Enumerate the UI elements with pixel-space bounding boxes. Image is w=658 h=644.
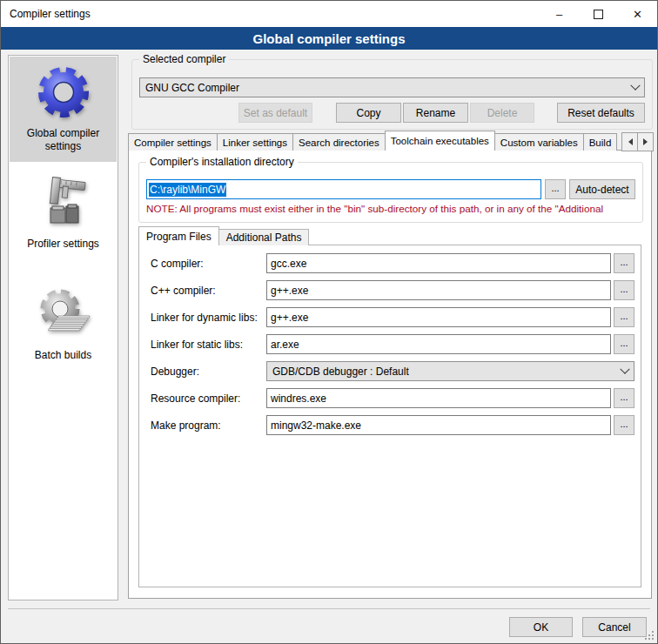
row-c-compiler: C compiler: gcc.exe ...	[151, 253, 634, 273]
tab-scroll-buttons	[622, 132, 654, 151]
note-text: NOTE: All programs must exist either in …	[146, 203, 641, 214]
installation-directory-row: C:\raylib\MinGW ... Auto-detect	[146, 179, 635, 199]
tab-scroll-left-button[interactable]	[621, 132, 638, 151]
browse-make-program-button[interactable]: ...	[614, 415, 634, 435]
maximize-button[interactable]	[579, 1, 618, 27]
row-linker-static: Linker for static libs: ar.exe ...	[151, 334, 634, 354]
c-compiler-input[interactable]: gcc.exe	[266, 253, 611, 273]
sidebar-item-global-compiler-settings[interactable]: Global compiler settings	[10, 57, 117, 162]
browse-resource-compiler-button[interactable]: ...	[614, 388, 634, 408]
field-value: g++.exe	[271, 312, 308, 324]
field-label: C++ compiler:	[151, 285, 266, 297]
debugger-select-value: GDB/CDB debugger : Default	[272, 366, 409, 378]
gear-icon	[36, 64, 91, 120]
tab-build[interactable]: Build	[583, 133, 618, 151]
toolchain-executables-page: Compiler's installation directory C:\ray…	[128, 150, 652, 599]
row-linker-dynamic: Linker for dynamic libs: g++.exe ...	[151, 307, 634, 327]
copy-button[interactable]: Copy	[336, 103, 401, 123]
field-label: Resource compiler:	[151, 392, 266, 405]
cancel-button[interactable]: Cancel	[582, 617, 647, 637]
row-resource-compiler: Resource compiler: windres.exe ...	[151, 388, 634, 408]
compiler-buttons-row: Set as default Copy Rename Delete Reset …	[139, 103, 645, 123]
auto-detect-button[interactable]: Auto-detect	[569, 179, 635, 199]
rename-button[interactable]: Rename	[403, 103, 468, 123]
tab-toolchain-executables[interactable]: Toolchain executables	[385, 131, 495, 151]
tab-custom-variables[interactable]: Custom variables	[494, 133, 584, 151]
sidebar-item-batch-builds[interactable]: Batch builds	[10, 278, 117, 371]
field-label: C compiler:	[151, 258, 266, 270]
resource-compiler-input[interactable]: windres.exe	[266, 388, 611, 408]
close-button[interactable]: ✕	[618, 1, 657, 27]
field-label: Debugger:	[151, 366, 266, 378]
resize-grip[interactable]	[644, 630, 655, 641]
chevron-down-icon	[630, 80, 640, 90]
compiler-select[interactable]: GNU GCC Compiler	[139, 77, 645, 97]
subtab-program-files[interactable]: Program Files	[138, 226, 219, 245]
program-files-panel: C compiler: gcc.exe ... C++ compiler: g+…	[138, 245, 641, 587]
browse-directory-button[interactable]: ...	[545, 179, 566, 199]
title-bar: Compiler settings – ✕	[1, 1, 657, 28]
sidebar-item-label: Global compiler settings	[11, 127, 115, 153]
triangle-right-icon	[643, 138, 651, 145]
linker-static-input[interactable]: ar.exe	[266, 334, 611, 354]
field-value: g++.exe	[271, 285, 308, 297]
browse-cpp-compiler-button[interactable]: ...	[614, 280, 634, 300]
footer-divider	[8, 608, 650, 609]
browse-linker-dynamic-button[interactable]: ...	[614, 307, 634, 327]
field-value: gcc.exe	[271, 258, 306, 270]
main-tab-strip: Compiler settings Linker settings Search…	[128, 131, 624, 151]
debugger-select[interactable]: GDB/CDB debugger : Default	[266, 361, 634, 381]
caliper-icon	[36, 175, 91, 231]
installation-directory-group-label: Compiler's installation directory	[146, 156, 298, 168]
caption-buttons: – ✕	[540, 1, 657, 27]
ok-button[interactable]: OK	[509, 617, 573, 637]
field-value: ar.exe	[271, 339, 299, 351]
tab-search-directories[interactable]: Search directories	[292, 133, 386, 151]
selected-compiler-group-label: Selected compiler	[139, 53, 229, 65]
minimize-button[interactable]: –	[540, 1, 579, 27]
chevron-down-icon	[620, 364, 629, 373]
linker-dynamic-input[interactable]: g++.exe	[266, 307, 611, 327]
batch-builds-icon	[36, 286, 91, 342]
directory-input[interactable]: C:\raylib\MinGW	[146, 179, 541, 199]
make-program-input[interactable]: mingw32-make.exe	[266, 415, 611, 435]
sidebar: Global compiler settings Profiler settin…	[8, 55, 118, 600]
close-icon: ✕	[633, 8, 642, 21]
field-value: mingw32-make.exe	[271, 419, 361, 432]
selected-compiler-group: Selected compiler GNU GCC Compiler Set a…	[131, 59, 653, 130]
set-as-default-button: Set as default	[238, 103, 312, 123]
sidebar-item-profiler-settings[interactable]: Profiler settings	[10, 167, 117, 259]
directory-input-value: C:\raylib\MinGW	[149, 183, 226, 197]
row-debugger: Debugger: GDB/CDB debugger : Default	[151, 361, 634, 381]
maximize-icon	[594, 10, 603, 19]
field-label: Linker for dynamic libs:	[151, 312, 266, 324]
installation-directory-group: Compiler's installation directory C:\ray…	[138, 162, 643, 223]
sub-tab-strip: Program Files Additional Paths	[138, 226, 308, 245]
minimize-icon: –	[556, 8, 562, 21]
tab-linker-settings[interactable]: Linker settings	[217, 133, 293, 151]
tab-compiler-settings[interactable]: Compiler settings	[128, 133, 218, 151]
tab-scroll-right-button[interactable]	[637, 132, 654, 151]
cpp-compiler-input[interactable]: g++.exe	[266, 280, 611, 300]
subtab-additional-paths[interactable]: Additional Paths	[218, 229, 310, 245]
browse-linker-static-button[interactable]: ...	[614, 334, 634, 354]
field-label: Make program:	[151, 419, 266, 432]
compiler-select-value: GNU GCC Compiler	[145, 82, 239, 94]
sidebar-item-label: Batch builds	[35, 349, 91, 362]
reset-defaults-button[interactable]: Reset defaults	[557, 103, 645, 123]
delete-button: Delete	[470, 103, 534, 123]
window-title: Compiler settings	[1, 8, 91, 20]
triangle-left-icon	[625, 138, 633, 145]
browse-c-compiler-button[interactable]: ...	[614, 253, 634, 273]
row-cpp-compiler: C++ compiler: g++.exe ...	[151, 280, 634, 300]
page-title: Global compiler settings	[1, 27, 657, 50]
field-value: windres.exe	[271, 392, 326, 405]
row-make-program: Make program: mingw32-make.exe ...	[151, 415, 634, 435]
sidebar-item-label: Profiler settings	[27, 238, 99, 251]
field-label: Linker for static libs:	[151, 339, 266, 351]
